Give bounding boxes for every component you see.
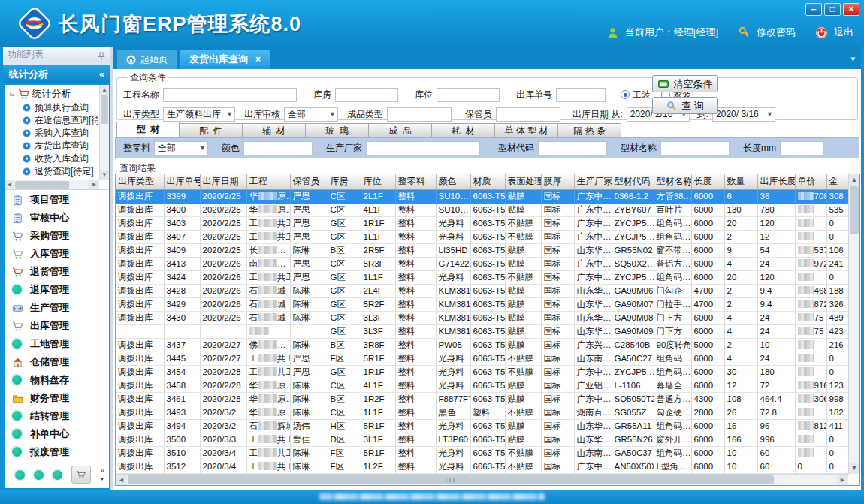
table-row[interactable]: G区3L3F整料KLM38176063-T5贴膜国标山东华…GA90M09…门下…	[116, 324, 849, 338]
column-header-10[interactable]: 表面处理	[505, 174, 541, 189]
maximize-button[interactable]: □	[824, 3, 841, 16]
column-header-7[interactable]: 整零料	[395, 174, 436, 189]
color-input[interactable]	[243, 141, 313, 155]
grid-vscroll-thumb[interactable]	[850, 186, 859, 234]
material-tab-2[interactable]: 辅 材	[243, 123, 306, 137]
tree-item-3[interactable]: 发货出库查询	[6, 140, 98, 152]
tree-item-5[interactable]: 退货查询[待定]	[6, 165, 98, 178]
table-row[interactable]: 调拨出库34072020/2/25工共工程严思G区1L1F整料光身料6063-T…	[116, 230, 849, 243]
stats-section-header[interactable]: 统计分析 «	[3, 65, 110, 83]
more-modules-button[interactable]: » ▾	[100, 466, 104, 483]
tab-close-icon[interactable]: ×	[255, 54, 261, 65]
sidebar-item-6[interactable]: 生产管理	[5, 299, 109, 317]
table-row[interactable]: 调拨出库34282020/2/26石城陈琳G区2L4F整料KLM38176063…	[116, 284, 849, 297]
product-type-input[interactable]	[387, 107, 452, 122]
order-no-input[interactable]	[556, 88, 606, 102]
tree-horizontal-scrollbar[interactable]: ◄ ►	[5, 180, 99, 189]
close-button[interactable]: ×	[843, 3, 859, 16]
scroll-right-icon[interactable]: ►	[89, 180, 99, 189]
change-password-link[interactable]: 修改密码	[757, 26, 796, 39]
tree-item-1[interactable]: 在途信息查询[待	[6, 114, 98, 127]
scroll-up-icon[interactable]: ▲	[849, 174, 859, 186]
sidebar-item-9[interactable]: 仓储管理	[5, 353, 109, 371]
date-to-select[interactable]: 2020/ 3/16▼	[712, 107, 775, 122]
tree-root[interactable]: ⊟ 统计分析	[6, 86, 98, 101]
material-tab-1[interactable]: 配 件	[180, 123, 243, 137]
sidebar-item-3[interactable]: 入库管理	[5, 245, 109, 263]
tree-item-0[interactable]: 预算执行查询	[6, 101, 98, 114]
logout-link[interactable]: 退出	[834, 26, 853, 39]
table-row[interactable]: 调拨出库34292020/2/26石城陈琳G区5R2F整料KLM38176063…	[116, 297, 849, 311]
pin-icon[interactable]	[97, 50, 106, 59]
scroll-down-icon[interactable]: ▼	[100, 170, 109, 180]
column-header-9[interactable]: 材质	[470, 174, 505, 189]
table-row[interactable]: 调拨出库34542020/2/28工共工程严思G区1R1F整料光身料6063-T…	[116, 365, 849, 379]
sidebar-item-5[interactable]: 退库管理	[5, 281, 109, 299]
module-dot-icon[interactable]	[15, 470, 25, 480]
tree-expander-icon[interactable]: ⊟	[9, 90, 15, 98]
tab-list-caret-icon[interactable]: ▾	[850, 54, 855, 64]
tree-item-2[interactable]: 采购入库查询	[6, 127, 98, 140]
sidebar-item-4[interactable]: 退货管理	[5, 263, 109, 281]
column-header-19[interactable]: 金	[826, 174, 849, 189]
clear-conditions-button[interactable]: 清空条件	[652, 75, 718, 92]
tab-shipping-query[interactable]: 发货出库查询 ×	[180, 50, 270, 69]
grid-vertical-scrollbar[interactable]: ▲ ▼	[848, 174, 859, 474]
column-header-1[interactable]: 出库单号	[164, 174, 200, 189]
sidebar-item-7[interactable]: 出库管理	[5, 317, 109, 335]
keeper-input[interactable]	[496, 107, 560, 122]
column-header-5[interactable]: 库房	[328, 174, 361, 189]
grid-hscroll-thumb[interactable]	[128, 475, 774, 484]
sidebar-item-12[interactable]: 结转管理	[5, 407, 109, 425]
cart-module-button[interactable]	[71, 466, 91, 484]
sidebar-item-10[interactable]: 物料盘存	[5, 371, 109, 389]
material-tab-6[interactable]: 单 体 型 材	[495, 123, 558, 137]
module-dot-icon[interactable]	[53, 470, 62, 480]
table-row[interactable]: 调拨出库35122020/3/4工共工程陈琳F区1L2F整料光身料6063-T5…	[116, 460, 849, 473]
column-header-2[interactable]: 出库日期	[200, 174, 246, 189]
whole-select[interactable]: 全部▼	[154, 141, 208, 155]
table-row[interactable]: 调拨出库34132020/2/26南…严思C区5R3F整料G714226063-…	[116, 257, 849, 270]
material-tab-7[interactable]: 隔 热 条	[558, 123, 621, 137]
collapse-icon[interactable]: «	[99, 65, 104, 83]
table-row[interactable]: 调拨出库34032020/2/25工共工程严思G区1R1F整料光身料6063-T…	[116, 216, 849, 230]
column-header-17[interactable]: 出库长度	[757, 174, 795, 189]
out-type-select[interactable]: 生产领料出库▼	[163, 107, 235, 122]
sidebar-item-0[interactable]: 项目管理	[5, 191, 109, 209]
table-row[interactable]: 调拨出库34242020/2/26工共工程严思G区1L1F整料光身料6063-T…	[116, 270, 849, 284]
column-header-16[interactable]: 数量	[724, 174, 757, 189]
material-tab-4[interactable]: 成 品	[369, 123, 432, 137]
column-header-11[interactable]: 膜厚	[541, 174, 574, 189]
column-header-18[interactable]: 单价	[795, 174, 826, 189]
material-tab-3[interactable]: 玻 璃	[306, 123, 369, 137]
scroll-down-icon[interactable]: ▼	[849, 463, 859, 474]
column-header-12[interactable]: 生产厂家	[574, 174, 612, 189]
sidebar-item-11[interactable]: 财务管理	[5, 389, 109, 407]
table-row[interactable]: 调拨出库34092020/2/25长…陈琳B区2R5F整料LI35HD6063-…	[116, 243, 849, 257]
project-name-input[interactable]	[163, 88, 297, 102]
column-header-4[interactable]: 保管员	[290, 174, 328, 189]
tab-home[interactable]: 起始页	[117, 50, 177, 69]
material-tab-0[interactable]: 型 材	[116, 122, 180, 137]
location-input[interactable]	[437, 88, 500, 102]
sidebar-item-1[interactable]: 审核中心	[5, 209, 109, 227]
column-header-8[interactable]: 颜色	[436, 174, 470, 189]
scroll-left-icon[interactable]: ◄	[116, 475, 127, 485]
table-row[interactable]: 调拨出库33992020/2/25华原…严思C区2L1F整料SU10…6063-…	[116, 189, 849, 203]
length-input[interactable]	[780, 141, 823, 155]
tree-vertical-scrollbar[interactable]: ▲ ▼	[99, 85, 109, 180]
table-row[interactable]: 调拨出库34942020/3/2石辉城汤伟H区5R1F整料光身料6063-T5贴…	[116, 419, 849, 433]
column-header-6[interactable]: 库位	[361, 174, 395, 189]
table-row[interactable]: 调拨出库35102020/3/4工共工程陈琳F区5R1F整料光身料6063-T5…	[116, 446, 849, 460]
scroll-left-icon[interactable]: ◄	[5, 180, 14, 189]
table-row[interactable]: 调拨出库34002020/2/25华原…严思C区4L1F整料SU10…6063-…	[116, 203, 849, 216]
module-dot-icon[interactable]	[34, 470, 44, 480]
column-header-14[interactable]: 型材名称	[654, 174, 691, 189]
table-row[interactable]: 调拨出库34612020/2/28华原…陈琳B区1R2F整料F8877FT606…	[116, 392, 849, 406]
table-row[interactable]: 调拨出库34372020/2/27佛…陈琳B区3R8F整料PW056063-T5…	[116, 338, 849, 352]
column-header-0[interactable]: 出库类型	[116, 174, 164, 189]
table-row[interactable]: 调拨出库34302020/2/26石城陈琳G区3L3F整料KLM38176063…	[116, 311, 849, 324]
search-button[interactable]: 查 询	[652, 97, 718, 114]
radio-work[interactable]: 工装	[621, 89, 651, 101]
column-header-13[interactable]: 型材代码	[612, 174, 654, 189]
